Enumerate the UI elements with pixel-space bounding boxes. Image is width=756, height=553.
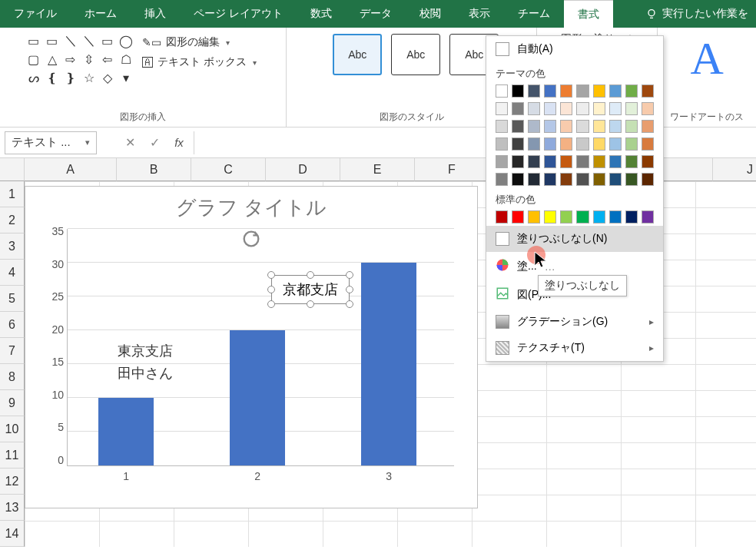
select-all-cell[interactable] [0, 158, 25, 181]
color-swatch[interactable] [496, 155, 508, 168]
color-swatch[interactable] [560, 120, 572, 133]
color-swatch[interactable] [528, 137, 540, 151]
color-swatch[interactable] [642, 102, 654, 115]
color-swatch[interactable] [544, 210, 556, 224]
tab-view[interactable]: 表示 [455, 0, 504, 28]
chart-object[interactable]: グラフ タイトル 05101520253035 123 東京支店田中さん 京都支… [25, 186, 478, 508]
shape-arrow-l-icon[interactable]: ⇦ [99, 51, 116, 68]
tab-review[interactable]: 校閲 [406, 0, 455, 28]
color-swatch[interactable] [609, 102, 622, 115]
color-swatch[interactable] [576, 173, 589, 186]
row-header[interactable]: 10 [0, 416, 25, 442]
color-swatch[interactable] [593, 84, 605, 98]
chart-bar[interactable] [230, 330, 285, 465]
tab-data[interactable]: データ [346, 0, 406, 28]
row-header[interactable]: 5 [0, 286, 25, 312]
color-swatch[interactable] [512, 210, 524, 224]
color-swatch[interactable] [544, 84, 556, 98]
row-header[interactable]: 2 [0, 207, 25, 233]
shape-callout-icon[interactable]: ☖ [118, 51, 134, 68]
chart-bar[interactable] [98, 398, 154, 465]
color-swatch[interactable] [593, 155, 605, 168]
color-swatch[interactable] [560, 210, 572, 224]
tab-page-layout[interactable]: ページ レイアウト [180, 0, 297, 28]
col-header[interactable]: D [266, 158, 340, 181]
color-swatch[interactable] [496, 120, 508, 133]
row-header[interactable]: 11 [0, 442, 25, 469]
row-header[interactable]: 4 [0, 260, 25, 286]
color-swatch[interactable] [560, 155, 572, 168]
tab-format[interactable]: 書式 [564, 0, 613, 28]
fx-button[interactable]: fx [169, 133, 189, 153]
shape-oval-icon[interactable]: ◯ [118, 32, 134, 49]
row-header[interactable]: 8 [0, 364, 25, 390]
col-header[interactable]: E [340, 158, 415, 181]
col-header[interactable]: C [191, 158, 266, 181]
color-swatch[interactable] [609, 210, 622, 224]
shape-rect-icon[interactable]: ▭ [99, 32, 116, 49]
color-swatch[interactable] [528, 102, 540, 115]
color-swatch[interactable] [593, 102, 605, 115]
color-swatch[interactable] [576, 84, 589, 98]
color-swatch[interactable] [496, 102, 508, 115]
fill-none[interactable]: 塗りつぶしなし(N) [486, 226, 663, 252]
chart-textbox-selected[interactable]: 京都支店 [271, 275, 350, 304]
style-chip-2[interactable]: Abc [391, 34, 440, 75]
shape-arrow-r-icon[interactable]: ⇨ [62, 51, 79, 68]
shape-brace-icon[interactable]: ❴ [44, 69, 61, 86]
col-header[interactable]: F [415, 158, 489, 181]
color-swatch[interactable] [576, 102, 589, 115]
row-header[interactable]: 12 [0, 469, 25, 495]
shape-curve-icon[interactable]: ᔕ [25, 69, 42, 86]
row-header[interactable]: 6 [0, 312, 25, 338]
col-header[interactable]: A [25, 158, 117, 181]
color-swatch[interactable] [593, 137, 605, 151]
shape-textbox2-icon[interactable]: ▭ [44, 32, 61, 49]
color-swatch[interactable] [642, 210, 654, 224]
color-swatch[interactable] [512, 137, 524, 151]
color-swatch[interactable] [496, 137, 508, 151]
color-swatch[interactable] [496, 173, 508, 186]
color-swatch[interactable] [609, 120, 622, 133]
col-header[interactable]: B [117, 158, 191, 181]
color-swatch[interactable] [609, 137, 622, 151]
chart-label-1[interactable]: 東京支店田中さん [118, 340, 173, 385]
color-swatch[interactable] [642, 155, 654, 168]
color-swatch[interactable] [576, 137, 589, 151]
shape-more-icon[interactable]: ▾ [118, 69, 134, 86]
row-header[interactable]: 9 [0, 390, 25, 416]
color-swatch[interactable] [625, 120, 638, 133]
enter-button[interactable]: ✓ [144, 133, 164, 153]
shapes-gallery[interactable]: ▭ ▭ ＼ ＼ ▭ ◯ ▢ △ ⇨ ⇳ ⇦ ☖ ᔕ ❴ ❵ ☆ ◇ ▾ [25, 32, 134, 86]
color-swatch[interactable] [544, 137, 556, 151]
color-swatch[interactable] [576, 155, 589, 168]
color-swatch[interactable] [609, 155, 622, 168]
name-box[interactable]: テキスト ...▾ [5, 131, 97, 154]
shape-arrow-updown-icon[interactable]: ⇳ [81, 51, 98, 68]
color-swatch[interactable] [496, 210, 508, 224]
edit-shape-button[interactable]: ✎▭ 図形の編集▾ [138, 34, 261, 51]
shape-line-icon[interactable]: ＼ [62, 32, 79, 49]
color-swatch[interactable] [512, 173, 524, 186]
color-swatch[interactable] [528, 173, 540, 186]
color-swatch[interactable] [544, 155, 556, 168]
col-header[interactable]: J [713, 158, 756, 181]
color-swatch[interactable] [560, 173, 572, 186]
shape-flow-icon[interactable]: ◇ [99, 69, 116, 86]
shape-brace2-icon[interactable]: ❵ [62, 69, 79, 86]
chart-title[interactable]: グラフ タイトル [25, 187, 477, 221]
row-header[interactable]: 14 [0, 521, 25, 547]
color-swatch[interactable] [512, 102, 524, 115]
shape-line2-icon[interactable]: ＼ [81, 32, 98, 49]
color-swatch[interactable] [544, 102, 556, 115]
shape-star-icon[interactable]: ☆ [81, 69, 98, 86]
color-swatch[interactable] [576, 120, 589, 133]
fill-auto[interactable]: 自動(A) [486, 36, 663, 62]
fill-texture[interactable]: テクスチャ(T) ▸ [486, 335, 663, 361]
tab-team[interactable]: チーム [504, 0, 564, 28]
color-swatch[interactable] [576, 210, 589, 224]
chart-bar[interactable] [361, 263, 416, 465]
cancel-button[interactable]: ✕ [120, 133, 140, 153]
color-swatch[interactable] [642, 120, 654, 133]
text-box-button[interactable]: 🄰 テキスト ボックス▾ [138, 54, 261, 71]
